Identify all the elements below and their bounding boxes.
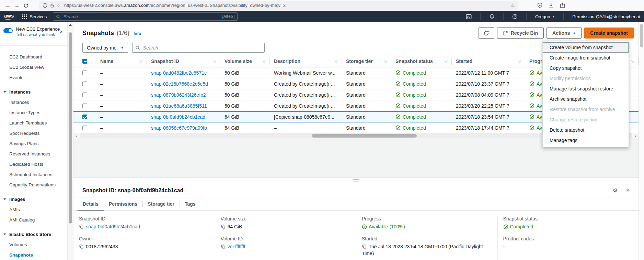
scroll-up-icon[interactable]: [69, 24, 72, 26]
volume-id-value[interactable]: vol-ffffffff: [221, 243, 349, 250]
scroll-right-icon[interactable]: ›: [632, 133, 639, 138]
close-icon[interactable]: ×: [60, 29, 63, 35]
sort-icon[interactable]: ▽: [445, 59, 448, 64]
cloudshell-icon[interactable]: [461, 14, 476, 20]
column-header-name[interactable]: Name▽: [96, 55, 147, 67]
sort-icon[interactable]: ▽: [335, 59, 338, 64]
recycle-bin-button[interactable]: Recycle Bin: [497, 28, 544, 39]
create-snapshot-button[interactable]: Create snapshot: [584, 28, 634, 39]
sort-icon[interactable]: ▽: [140, 59, 143, 64]
share-icon[interactable]: [560, 2, 565, 8]
browser-reload-icon[interactable]: [21, 2, 30, 9]
panel-resize-handle[interactable]: [73, 178, 639, 184]
column-header-snapshot-id[interactable]: Snapshot ID▽: [147, 55, 220, 67]
services-menu[interactable]: Services: [22, 14, 47, 19]
sidebar-section-elastic-block-store[interactable]: Elastic Block Store: [0, 229, 67, 240]
sidebar-item-volumes[interactable]: Volumes: [0, 240, 67, 250]
sidebar-section-instances[interactable]: Instances: [0, 87, 67, 97]
help-icon[interactable]: ?: [508, 14, 522, 19]
downloads-icon[interactable]: [548, 2, 554, 8]
scrollbar-thumb[interactable]: [312, 134, 417, 138]
scrollbar-thumb[interactable]: [69, 32, 72, 224]
tab-tags[interactable]: Tags: [180, 197, 201, 210]
sidebar-item-scheduled-instances[interactable]: Scheduled Instances: [0, 170, 67, 180]
copy-icon[interactable]: [362, 244, 367, 249]
column-header-started[interactable]: Started▽: [452, 55, 525, 67]
sidebar-item-ec2-dashboard[interactable]: EC2 Dashboard: [0, 52, 67, 62]
row-checkbox[interactable]: [82, 71, 87, 75]
sidebar-item-ami-catalog[interactable]: AMI Catalog: [0, 215, 67, 225]
info-link[interactable]: Info: [134, 31, 141, 36]
sort-icon[interactable]: ▽: [631, 59, 634, 64]
snapshot-id-link[interactable]: snap-0bf0afd9b24cb1cad: [147, 114, 220, 120]
copy-icon[interactable]: [79, 224, 84, 229]
firefox-view-icon[interactable]: [537, 2, 543, 8]
refresh-button[interactable]: [479, 28, 494, 39]
snapshot-id-link[interactable]: snap-02c18b7568e2c5e5d: [147, 81, 220, 87]
sidebar-item-instance-types[interactable]: Instance Types: [0, 108, 67, 118]
copy-icon[interactable]: [221, 244, 226, 249]
sidebar-item-spot-requests[interactable]: Spot Requests: [0, 128, 67, 139]
experience-toggle[interactable]: [3, 28, 13, 33]
sidebar-section-images[interactable]: Images: [0, 194, 67, 205]
snapshot-id-link[interactable]: snap-0ad0482fbe2c8571c: [147, 70, 220, 76]
sidebar-item-savings-plans[interactable]: Savings Plans: [0, 139, 67, 149]
scrollbar-thumb[interactable]: [640, 24, 643, 47]
sort-icon[interactable]: ▽: [518, 59, 521, 64]
row-checkbox[interactable]: [82, 82, 87, 86]
account-menu[interactable]: Permission-QA/llu@stellarcyber.ai: [568, 14, 640, 19]
copy-icon[interactable]: [79, 244, 84, 249]
menu-item-copy-snapshot[interactable]: Copy snapshot: [543, 63, 629, 73]
menu-item-create-volume-from-snapshot[interactable]: Create volume from snapshot: [543, 42, 629, 53]
panel-close-icon[interactable]: ×: [626, 187, 630, 194]
column-header-volume-size[interactable]: Volume size▽: [220, 55, 270, 67]
column-header-snapshot-status[interactable]: Snapshot status▽: [391, 55, 452, 67]
address-bar[interactable]: https://us-west-2.console.aws.amazon.com…: [39, 1, 518, 10]
region-selector[interactable]: Oregon ▼: [531, 14, 559, 19]
sidebar-scrollbar[interactable]: [67, 22, 73, 260]
sidebar-item-events[interactable]: Events: [0, 73, 67, 83]
snapshot-id-value[interactable]: snap-0bf0afd9b24cb1cad: [79, 223, 207, 230]
menu-item-delete-snapshot[interactable]: Delete snapshot: [543, 125, 629, 135]
row-checkbox[interactable]: [82, 93, 87, 97]
copy-icon[interactable]: [221, 224, 226, 229]
table-search[interactable]: [132, 43, 265, 53]
tab-details[interactable]: Details: [78, 197, 104, 210]
console-search[interactable]: [Alt+S]: [53, 12, 238, 21]
sort-icon[interactable]: ▽: [263, 59, 266, 64]
sidebar-item-capacity-reservations[interactable]: Capacity Reservations: [0, 180, 67, 190]
tab-permissions[interactable]: Permissions: [104, 197, 142, 210]
panel-settings-gear-icon[interactable]: ⚙: [613, 187, 618, 194]
sidebar-item-reserved-instances[interactable]: Reserved Instances: [0, 149, 67, 159]
snapshot-id-link[interactable]: snap-01ae68a6a3885f511: [147, 103, 220, 109]
snapshot-id-link[interactable]: snap-08058c67e979a09fb: [147, 125, 220, 131]
sort-icon[interactable]: ▽: [213, 59, 216, 64]
notifications-bell-icon[interactable]: [485, 14, 499, 19]
sidebar-item-snapshots[interactable]: Snapshots: [0, 250, 67, 260]
sidebar-item-launch-templates[interactable]: Launch Templates: [0, 118, 67, 128]
sidebar-item-ec2-global-view[interactable]: EC2 Global View: [0, 62, 67, 73]
ownership-filter-dropdown[interactable]: Owned by me ▼: [82, 43, 128, 53]
row-checkbox[interactable]: [82, 115, 87, 119]
console-search-input[interactable]: [63, 14, 220, 20]
actions-button[interactable]: Actions ▲: [547, 28, 582, 39]
table-search-input[interactable]: [142, 45, 262, 51]
menu-item-archive-snapshot[interactable]: Archive snapshot: [543, 94, 629, 104]
sidebar-item-amis[interactable]: AMIs: [0, 205, 67, 215]
menu-item-manage-tags[interactable]: Manage tags: [543, 135, 629, 145]
page-vertical-scrollbar[interactable]: [639, 22, 644, 260]
sidebar-item-instances[interactable]: Instances: [0, 97, 67, 108]
menu-item-create-image-from-snapshot[interactable]: Create image from snapshot: [543, 53, 629, 63]
row-checkbox[interactable]: [82, 126, 87, 130]
experience-feedback-link[interactable]: Tell us what you think: [16, 32, 64, 37]
browser-back-icon[interactable]: ←: [3, 2, 12, 8]
aws-logo[interactable]: aws: [4, 13, 14, 20]
select-all-checkbox-cell[interactable]: [73, 55, 96, 67]
column-header-description[interactable]: Description▽: [270, 55, 342, 67]
sidebar-item-dedicated-hosts[interactable]: Dedicated Hosts: [0, 159, 67, 170]
tab-storage-tier[interactable]: Storage tier: [142, 197, 180, 210]
menu-item-manage-fast-snapshot-restore[interactable]: Manage fast snapshot restore: [543, 84, 629, 94]
sort-icon[interactable]: ▽: [384, 59, 387, 64]
browser-forward-icon[interactable]: →: [12, 2, 21, 8]
bookmark-star-icon[interactable]: ☆: [510, 2, 515, 9]
